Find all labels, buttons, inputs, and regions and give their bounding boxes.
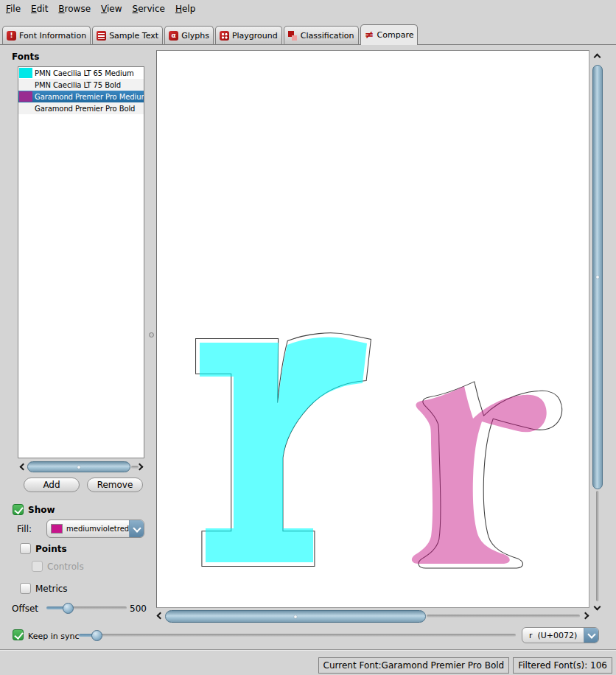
add-button-label: Add — [43, 480, 60, 490]
font-color-swatch — [19, 68, 32, 78]
compare-icon: ≠ — [365, 30, 374, 40]
font-color-swatch — [19, 80, 32, 90]
canvas-hscrollbar-groove[interactable] — [427, 615, 580, 618]
tabbar: ! Font Information Sample Text α Glyphs … — [0, 18, 616, 45]
tab-sample-text[interactable]: Sample Text — [92, 26, 163, 44]
list-scroll-right-arrow[interactable] — [136, 464, 144, 471]
menu-file[interactable]: File — [3, 2, 24, 15]
font-name: Garamond Premier Pro Bold — [35, 105, 135, 113]
tab-label: Classification — [301, 31, 354, 41]
remove-button[interactable]: Remove — [87, 478, 143, 492]
font-name: PMN Caecilia LT 65 Medium — [35, 69, 134, 77]
font-information-icon: ! — [7, 31, 16, 41]
menu-view[interactable]: View — [98, 2, 125, 15]
glyph-select-dropdown-button[interactable] — [584, 628, 598, 643]
fill-value: mediumvioletred — [66, 525, 129, 533]
fill-color-swatch — [51, 524, 63, 534]
font-list-item[interactable]: PMN Caecilia LT 75 Bold — [18, 79, 144, 91]
add-button[interactable]: Add — [24, 478, 80, 492]
keep-in-sync-checkbox[interactable] — [13, 629, 24, 640]
list-scrollbar-thumb[interactable] — [27, 461, 130, 472]
menubar: File Edit Browse View Service Help — [0, 0, 616, 18]
glyph-slab-serif-r — [196, 333, 371, 567]
sample-text-icon — [97, 31, 106, 41]
glyph-select-combobox[interactable]: r (U+0072) — [522, 627, 599, 643]
fonts-group-label: Fonts — [12, 52, 39, 62]
metrics-label: Metrics — [35, 584, 68, 594]
font-list-item[interactable]: Garamond Premier Pro Bold — [18, 102, 144, 114]
tab-font-information[interactable]: ! Font Information — [2, 26, 91, 44]
classification-icon — [288, 31, 298, 41]
fonts-list[interactable]: PMN Caecilia LT 65 Medium PMN Caecilia L… — [18, 66, 144, 458]
fill-label: Fill: — [17, 524, 32, 534]
menu-browse[interactable]: Browse — [55, 2, 94, 15]
current-font-status: Current Font:Garamond Premier Pro Bold — [318, 657, 510, 674]
points-label: Points — [35, 544, 67, 554]
canvas-vscrollbar-groove[interactable] — [596, 491, 599, 601]
playground-icon — [220, 31, 229, 41]
application-window: { "menu": { "items": ["File", "Edit", "B… — [0, 0, 616, 675]
tab-label: Sample Text — [109, 31, 158, 41]
points-checkbox[interactable] — [20, 543, 31, 554]
filtered-fonts-status: Filtered Font(s): 106 — [513, 657, 612, 674]
font-color-swatch — [19, 91, 32, 102]
list-scroll-left-arrow[interactable] — [20, 464, 27, 471]
glyph-fill-caecilia-medium — [200, 338, 367, 562]
menu-service[interactable]: Service — [130, 2, 168, 15]
tab-label: Playground — [232, 31, 278, 41]
offset-label: Offset — [12, 604, 38, 614]
glyph-garamond-r — [412, 382, 562, 568]
offset-value: 500 — [130, 604, 147, 614]
tab-compare[interactable]: ≠ Compare — [360, 24, 419, 45]
canvas-scroll-left-arrow[interactable] — [157, 612, 164, 620]
tab-label: Font Information — [19, 31, 86, 41]
font-name: Garamond Premier Pro Medium — [35, 93, 144, 101]
metrics-checkbox[interactable] — [20, 583, 31, 594]
tab-classification[interactable]: Classification — [284, 26, 359, 44]
compare-canvas[interactable] — [156, 50, 589, 608]
font-color-swatch — [19, 103, 32, 113]
splitter-handle[interactable] — [149, 332, 154, 338]
font-name: PMN Caecilia LT 75 Bold — [35, 81, 121, 89]
tab-playground[interactable]: Playground — [215, 26, 282, 44]
canvas-vscrollbar-thumb[interactable] — [592, 65, 603, 489]
glyph-fill-garamond-medium — [412, 386, 547, 564]
tab-glyphs[interactable]: α Glyphs — [164, 26, 214, 44]
canvas-scroll-down-arrow[interactable] — [594, 604, 601, 611]
glyphs-icon: α — [169, 31, 178, 41]
show-checkbox[interactable] — [13, 504, 24, 515]
canvas-scroll-right-arrow[interactable] — [582, 612, 589, 620]
font-list-item[interactable]: PMN Caecilia LT 65 Medium — [18, 67, 144, 79]
menu-edit[interactable]: Edit — [28, 2, 51, 15]
status-boxes: Current Font:Garamond Premier Pro Bold F… — [318, 657, 612, 674]
controls-checkbox — [32, 561, 43, 572]
sync-slider-groove[interactable] — [96, 634, 516, 637]
remove-button-label: Remove — [97, 480, 133, 490]
menu-help[interactable]: Help — [172, 2, 198, 15]
statusbar: Current Font:Garamond Premier Pro Bold F… — [0, 649, 616, 675]
canvas-scroll-up-arrow[interactable] — [594, 54, 601, 61]
sync-slider-handle[interactable] — [91, 630, 102, 641]
fill-combobox[interactable]: mediumvioletred — [46, 520, 144, 538]
offset-slider-handle[interactable] — [63, 603, 74, 614]
canvas-hscrollbar-thumb[interactable] — [165, 610, 426, 623]
tab-label: Compare — [377, 30, 414, 40]
keep-in-sync-label: Keep in sync — [28, 632, 79, 641]
glyph-select-value: r (U+0072) — [529, 631, 584, 640]
controls-label: Controls — [47, 562, 84, 572]
font-list-item-selected[interactable]: Garamond Premier Pro Medium — [18, 91, 144, 102]
offset-slider-groove[interactable] — [70, 606, 127, 609]
show-label: Show — [28, 505, 55, 515]
fill-dropdown-button[interactable] — [129, 520, 144, 537]
tab-label: Glyphs — [181, 31, 209, 41]
